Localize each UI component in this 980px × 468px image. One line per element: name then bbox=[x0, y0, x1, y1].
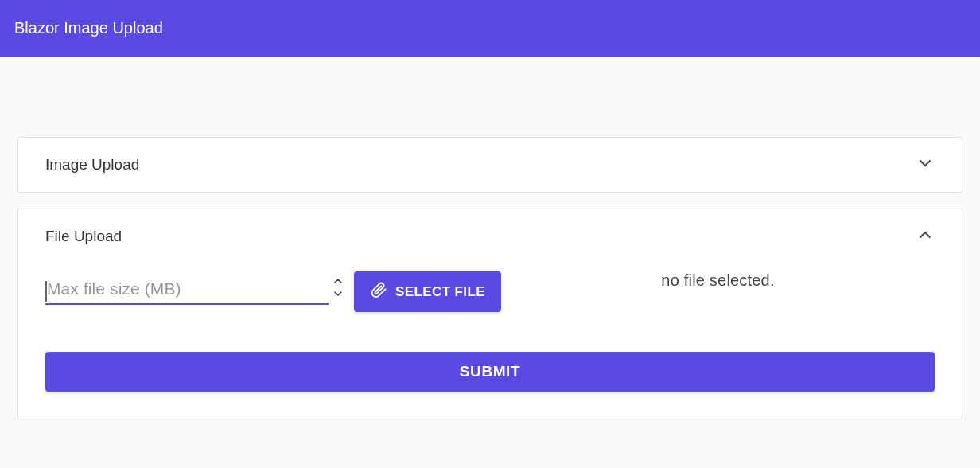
select-file-button[interactable]: SELECT FILE bbox=[354, 271, 501, 312]
select-file-label: SELECT FILE bbox=[395, 284, 485, 300]
max-file-size-input[interactable]: Max file size (MB) bbox=[45, 279, 329, 305]
text-caret bbox=[45, 281, 47, 302]
submit-label: SUBMIT bbox=[460, 363, 520, 380]
max-file-size-placeholder: Max file size (MB) bbox=[45, 279, 329, 298]
panel-file-upload: File Upload Max file size (MB) bbox=[18, 209, 962, 419]
step-up-icon[interactable] bbox=[330, 275, 346, 287]
panel-file-upload-title: File Upload bbox=[45, 228, 122, 245]
attachment-icon bbox=[370, 281, 387, 302]
file-status: no file selected. bbox=[527, 271, 935, 290]
submit-button[interactable]: SUBMIT bbox=[45, 352, 935, 392]
panel-file-upload-body: Max file size (MB) SELECT FILE bbox=[18, 271, 962, 419]
appbar-title: Blazor Image Upload bbox=[14, 19, 163, 37]
panel-image-upload-title: Image Upload bbox=[45, 156, 139, 174]
chevron-down-icon bbox=[916, 154, 935, 176]
step-down-icon[interactable] bbox=[330, 287, 346, 300]
number-stepper[interactable] bbox=[330, 275, 346, 300]
panel-image-upload: Image Upload bbox=[18, 137, 962, 193]
file-upload-row: Max file size (MB) SELECT FILE bbox=[45, 271, 935, 312]
appbar: Blazor Image Upload bbox=[0, 0, 980, 57]
chevron-up-icon bbox=[916, 225, 935, 248]
page-content: Image Upload File Upload Max file size (… bbox=[0, 57, 980, 467]
panel-image-upload-header[interactable]: Image Upload bbox=[18, 138, 962, 192]
panel-file-upload-header[interactable]: File Upload bbox=[18, 209, 962, 263]
